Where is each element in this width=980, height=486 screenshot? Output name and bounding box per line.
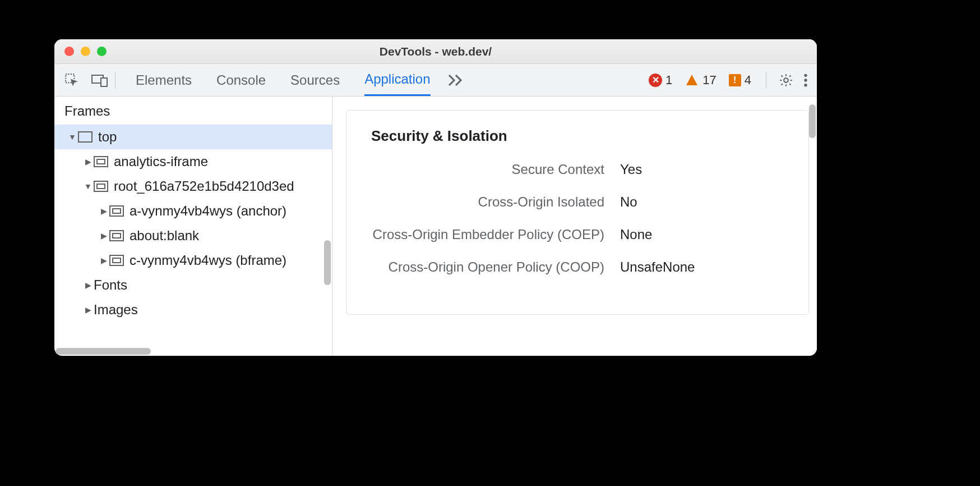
tree-row[interactable]: ▶Fonts [54,273,332,297]
tab-elements[interactable]: Elements [136,64,192,96]
traffic-lights [54,47,107,56]
property-row: Secure ContextYes [351,162,804,177]
more-tabs-icon[interactable] [447,75,464,86]
iframe-icon [109,255,124,266]
svg-point-7 [804,83,807,86]
tree-row[interactable]: ▶Images [54,297,332,322]
property-key: Cross-Origin Embedder Policy (COEP) [351,227,620,242]
tree-item-label: c-vynmy4vb4wys (bframe) [130,253,286,268]
chevron-down-icon[interactable]: ▼ [68,132,77,141]
tree-item-label: about:blank [130,228,199,244]
security-isolation-card: Security & Isolation Secure ContextYesCr… [346,110,809,315]
chevron-right-icon[interactable]: ▶ [99,256,108,265]
tree-row[interactable]: ▶analytics-iframe [54,149,332,174]
issues-count-value: 4 [745,73,751,88]
error-icon: ✕ [649,74,662,87]
tree-row[interactable]: ▼top [54,125,332,149]
error-count-value: 1 [665,73,672,88]
inspect-element-icon[interactable] [64,73,79,88]
devtools-window: DevTools - web.dev/ Elements Console Sou… [54,39,817,356]
property-key: Cross-Origin Opener Policy (COOP) [351,259,620,275]
sidebar-section-header: Frames [54,97,332,125]
more-menu-icon[interactable] [803,73,808,88]
chevron-down-icon[interactable]: ▼ [84,182,93,191]
error-count[interactable]: ✕ 1 [649,73,680,88]
property-row: Cross-Origin Opener Policy (COOP)UnsafeN… [351,259,804,275]
tree-row[interactable]: ▶about:blank [54,223,332,248]
panel-heading: Security & Isolation [351,127,804,145]
main-panel: Security & Isolation Secure ContextYesCr… [332,97,817,356]
chevron-right-icon[interactable]: ▶ [84,281,93,290]
frames-tree: ▼top▶analytics-iframe▼root_616a752e1b5d4… [54,125,332,356]
iframe-icon [109,205,124,217]
toolbar-divider [766,72,766,89]
window-title: DevTools - web.dev/ [54,45,817,58]
chevron-right-icon[interactable]: ▶ [99,231,108,240]
tree-item-label: root_616a752e1b5d4210d3ed [114,178,294,194]
iframe-icon [94,156,108,167]
tab-label: Console [216,72,266,88]
fullscreen-window-button[interactable] [97,47,107,56]
svg-point-5 [804,74,807,76]
tab-sources[interactable]: Sources [290,64,340,96]
tab-label: Application [364,71,430,87]
property-key: Secure Context [351,162,620,177]
toolbar-divider [115,72,115,89]
chevron-right-icon[interactable]: ▶ [84,305,93,314]
content: Frames ▼top▶analytics-iframe▼root_616a75… [54,97,817,356]
issues-count[interactable]: ! 4 [729,73,759,88]
tree-item-label: Images [94,302,138,318]
close-window-button[interactable] [64,47,74,56]
tree-item-label: top [98,129,117,145]
issues-icon: ! [729,74,741,86]
svg-point-6 [804,79,807,81]
minimize-window-button[interactable] [81,47,90,56]
property-key: Cross-Origin Isolated [351,194,620,210]
property-value: UnsafeNone [620,259,695,275]
chevron-right-icon[interactable]: ▶ [84,157,93,166]
svg-rect-2 [101,78,107,86]
tree-row[interactable]: ▶a-vynmy4vb4wys (anchor) [54,199,332,223]
iframe-icon [109,230,124,241]
tab-console[interactable]: Console [216,64,266,96]
warning-count[interactable]: 17 [685,73,724,88]
tab-application[interactable]: Application [364,64,430,96]
tree-row[interactable]: ▼root_616a752e1b5d4210d3ed [54,174,332,199]
scrollbar-vertical[interactable] [809,104,816,138]
property-row: Cross-Origin Embedder Policy (COEP)None [351,227,804,242]
property-row: Cross-Origin IsolatedNo [351,194,804,210]
toolbar: Elements Console Sources Application ✕ 1… [54,64,817,97]
warning-count-value: 17 [702,73,716,88]
tree-item-label: analytics-iframe [114,154,208,169]
tree-item-label: Fonts [94,277,127,293]
tab-label: Elements [136,72,192,88]
tab-label: Sources [290,72,340,88]
frame-icon [78,131,93,143]
device-toolbar-icon[interactable] [91,74,108,87]
scrollbar-vertical[interactable] [324,240,331,285]
warning-icon [685,74,699,87]
svg-point-4 [784,78,788,82]
settings-icon[interactable] [779,73,793,88]
property-value: No [620,194,637,210]
titlebar: DevTools - web.dev/ [54,39,817,64]
property-value: Yes [620,162,642,177]
property-value: None [620,227,652,242]
chevron-right-icon[interactable]: ▶ [99,207,108,216]
scrollbar-horizontal[interactable] [56,348,151,355]
sidebar: Frames ▼top▶analytics-iframe▼root_616a75… [54,97,332,356]
iframe-icon [94,181,108,192]
tree-row[interactable]: ▶c-vynmy4vb4wys (bframe) [54,248,332,273]
tabs: Elements Console Sources Application [136,64,431,96]
tree-item-label: a-vynmy4vb4wys (anchor) [130,203,286,219]
